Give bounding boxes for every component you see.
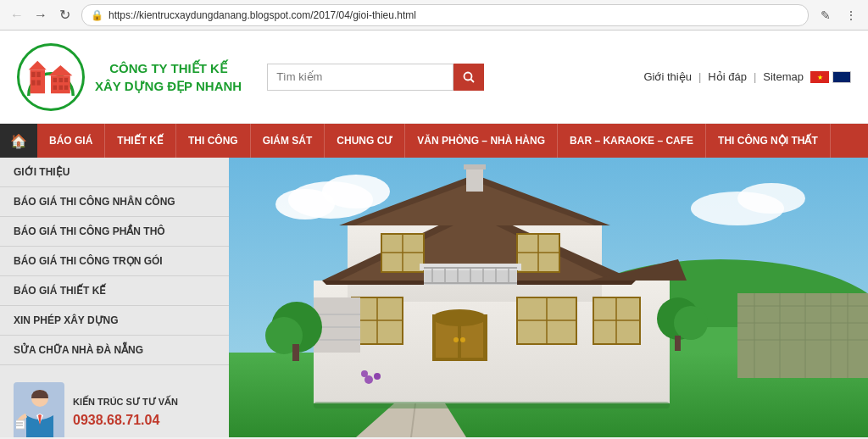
svg-point-91 [374,373,381,380]
svg-rect-7 [53,77,57,81]
svg-rect-11 [59,85,63,89]
svg-rect-95 [314,402,670,408]
url-text: https://kientrucxaydungdanang.blogspot.c… [108,9,799,21]
browser-nav-buttons: ← → ↻ [7,5,75,25]
consultant-box: KIẾN TRÚC SƯ TƯ VẤN 0938.68.71.04 [0,372,229,437]
svg-point-23 [275,189,335,220]
svg-rect-12 [64,85,68,89]
nav-item-vanphong[interactable]: VĂN PHÒNG – NHÀ HÀNG [405,124,558,158]
svg-rect-8 [59,77,63,81]
forward-button[interactable]: → [31,5,51,25]
svg-rect-9 [64,77,68,81]
sidebar-item-baogia-thietke[interactable]: BÁO GIÁ THIẾT KẾ [0,276,229,306]
website: CÔNG TY THIẾT KẾ XÂY DỰNG ĐẸP NHANH Giới… [0,31,868,437]
separator-2: | [754,70,756,83]
hero-illustration [229,158,868,437]
svg-point-92 [361,370,368,377]
header-links: Giới thiệu | Hỏi đáp | Sitemap [643,70,851,83]
nav-item-bar[interactable]: BAR – KARAOKE – CAFE [558,124,706,158]
nav-home-button[interactable]: 🏠 [0,124,37,158]
company-name: CÔNG TY THIẾT KẾ XÂY DỰNG ĐẸP NHANH [95,59,242,95]
svg-rect-36 [466,166,483,192]
back-button[interactable]: ← [7,5,27,25]
extensions-button[interactable]: ✎ [815,5,836,25]
svg-rect-86 [292,344,299,361]
svg-point-68 [453,337,459,342]
main-content: GIỚI THIỆU BÁO GIÁ THI CÔNG NHÂN CÔNG BÁ… [0,158,868,437]
flag-vietnam[interactable] [810,71,829,83]
sidebar-menu: GIỚI THIỆU BÁO GIÁ THI CÔNG NHÂN CÔNG BÁ… [0,158,229,365]
search-area [267,64,484,91]
reload-button[interactable]: ↻ [54,5,75,25]
nav-item-thietke[interactable]: THIẾT KẾ [105,124,176,158]
sidebar: GIỚI THIỆU BÁO GIÁ THI CÔNG NHÂN CÔNG BÁ… [0,158,229,437]
consultant-info: KIẾN TRÚC SƯ TƯ VẤN 0938.68.71.04 [73,396,215,427]
nav-item-baogia[interactable]: BÁO GIÁ [37,124,105,158]
sidebar-item-baogia-trongoi[interactable]: BÁO GIÁ THI CÔNG TRỌN GÓI [0,247,229,276]
logo-area: CÔNG TY THIẾT KẾ XÂY DỰNG ĐẸP NHANH [17,43,242,111]
menu-button[interactable]: ⋮ [841,5,861,25]
svg-point-14 [465,72,472,80]
browser-chrome: ← → ↻ 🔒 https://kientrucxaydungdanang.bl… [0,0,868,31]
svg-rect-37 [464,164,486,169]
sidebar-item-baogia-phantho[interactable]: BÁO GIÁ THI CÔNG PHẦN THÔ [0,217,229,247]
search-icon [463,71,475,83]
svg-rect-3 [31,80,35,85]
svg-line-15 [471,79,475,82]
header-right: Giới thiệu | Hỏi đáp | Sitemap [242,64,851,91]
flag-english[interactable] [832,71,851,83]
faq-link[interactable]: Hỏi đáp [708,70,747,83]
sitemap-link[interactable]: Sitemap [763,70,804,83]
nav-item-giamsat[interactable]: GIÁM SÁT [251,124,326,158]
consultant-phone[interactable]: 0938.68.71.04 [73,413,215,428]
svg-point-25 [737,183,805,214]
lock-icon: 🔒 [91,9,103,21]
sidebar-item-suachua[interactable]: SỬA CHỮA NHÀ ĐÀ NẴNG [0,336,229,365]
svg-rect-1 [31,71,35,76]
svg-marker-13 [48,65,72,75]
intro-link[interactable]: Giới thiệu [643,70,691,83]
flag-icons [810,71,851,83]
svg-rect-2 [36,71,40,76]
consultant-person-icon [16,386,63,437]
svg-rect-10 [53,85,57,89]
logo-image [17,43,85,111]
nav-item-noithat[interactable]: THI CÔNG NỘI THẤT [706,124,831,158]
browser-actions: ✎ ⋮ [815,5,861,25]
svg-rect-4 [36,80,40,85]
logo-svg [21,47,81,107]
sidebar-item-gioi-thieu[interactable]: GIỚI THIỆU [0,158,229,187]
consultant-avatar [14,382,64,437]
hero-area [229,158,868,437]
nav-item-chungcu[interactable]: CHUNG CƯ [325,124,405,158]
search-button[interactable] [453,64,484,91]
main-nav: 🏠 BÁO GIÁ THIẾT KẾ THI CÔNG GIÁM SÁT CHU… [0,124,868,158]
consultant-title: KIẾN TRÚC SƯ TƯ VẤN [73,396,215,408]
svg-rect-17 [16,420,25,429]
svg-point-69 [460,337,465,342]
svg-marker-5 [29,60,47,69]
svg-point-67 [432,309,487,326]
sidebar-item-baogia-nhancong[interactable]: BÁO GIÁ THI CÔNG NHÂN CÔNG [0,187,229,217]
svg-rect-89 [675,336,681,351]
sidebar-item-xinphep[interactable]: XIN PHÉP XÂY DỰNG [0,306,229,336]
search-input[interactable] [267,64,453,91]
separator-1: | [698,70,701,83]
address-bar[interactable]: 🔒 https://kientrucxaydungdanang.blogspot… [81,4,809,26]
site-header: CÔNG TY THIẾT KẾ XÂY DỰNG ĐẸP NHANH Giới… [0,31,868,124]
svg-point-88 [674,306,708,340]
nav-item-thicong[interactable]: THI CÔNG [176,124,251,158]
